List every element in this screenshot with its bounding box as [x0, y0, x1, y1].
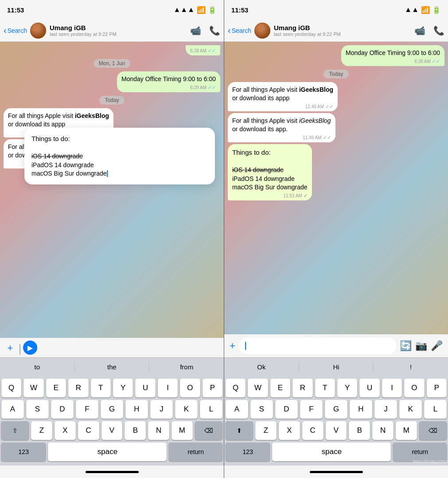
- key-s-left[interactable]: S: [26, 400, 49, 419]
- keyboard-right[interactable]: Q W E R T Y U I O P A S D F G H J K L ⬆ …: [224, 376, 448, 466]
- key-c-right[interactable]: C: [302, 421, 323, 440]
- key-p-right[interactable]: P: [427, 379, 447, 397]
- compose-line2: iPadOS 14 downgrade: [31, 161, 94, 168]
- key-v-left[interactable]: V: [101, 421, 123, 440]
- key-q-left[interactable]: Q: [1, 379, 21, 397]
- phone-icon-left[interactable]: 📞: [209, 25, 220, 36]
- key-delete-right[interactable]: ⌫: [419, 421, 447, 440]
- key-s-right[interactable]: S: [250, 400, 273, 419]
- predictive-3-left[interactable]: from: [149, 361, 224, 372]
- send-button-left[interactable]: ▶: [23, 341, 37, 355]
- key-i-right[interactable]: I: [382, 379, 402, 397]
- key-x-left[interactable]: X: [55, 421, 76, 440]
- key-p-left[interactable]: P: [203, 379, 222, 397]
- key-space-right[interactable]: space: [272, 443, 391, 461]
- key-o-left[interactable]: O: [180, 379, 200, 397]
- input-area-right[interactable]: + 🔄 📷 🎤: [224, 334, 448, 357]
- key-c-left[interactable]: C: [78, 421, 99, 440]
- video-call-icon-left[interactable]: 📹: [190, 25, 201, 36]
- key-i-left[interactable]: I: [158, 379, 178, 397]
- key-x-right[interactable]: X: [279, 421, 300, 440]
- key-y-right[interactable]: Y: [337, 379, 357, 397]
- key-return-left[interactable]: return: [169, 443, 222, 461]
- key-h-left[interactable]: H: [125, 400, 148, 419]
- key-k-right[interactable]: K: [399, 400, 422, 419]
- back-button-right[interactable]: ‹ Search: [228, 25, 254, 35]
- key-shift-left[interactable]: ⇧: [1, 421, 29, 440]
- keyboard-left[interactable]: Q W E R T Y U I O P A S D F G H J K L ⇧ …: [0, 376, 224, 466]
- key-u-left[interactable]: U: [135, 379, 155, 397]
- key-r-right[interactable]: R: [292, 379, 312, 397]
- right-phone: 11:53 ▲▲ 📶 🔋 ‹ Search Umang iGB last see…: [224, 0, 448, 478]
- nav-actions-left: 📹 📞: [190, 25, 220, 36]
- add-icon-right[interactable]: +: [230, 340, 235, 352]
- back-button-left[interactable]: ‹ Search: [4, 25, 30, 35]
- key-z-right[interactable]: Z: [255, 421, 277, 440]
- kb-row2-left: A S D F G H J K L: [1, 400, 222, 419]
- key-shift-right[interactable]: ⬆: [226, 421, 253, 440]
- msg-meta-cut: 6:28 AM ✓✓: [190, 48, 216, 54]
- key-b-right[interactable]: B: [349, 421, 370, 440]
- key-v-right[interactable]: V: [326, 421, 347, 440]
- key-d-left[interactable]: D: [51, 400, 74, 419]
- sticker-icon-right[interactable]: 🔄: [400, 340, 412, 352]
- input-area-left[interactable]: + ▶: [0, 338, 224, 357]
- avatar-left: [30, 23, 46, 39]
- key-y-left[interactable]: Y: [113, 379, 133, 397]
- key-z-left[interactable]: Z: [31, 421, 52, 440]
- key-num-right[interactable]: 123: [226, 443, 270, 461]
- key-m-left[interactable]: M: [171, 421, 193, 440]
- kb-row1-right: Q W E R T Y U I O P: [226, 379, 447, 397]
- key-e-right[interactable]: E: [270, 379, 290, 397]
- phone-icon-right[interactable]: 📞: [433, 25, 444, 36]
- predictive-2-right[interactable]: Hi: [299, 361, 374, 372]
- key-j-left[interactable]: J: [150, 400, 173, 419]
- key-e-left[interactable]: E: [46, 379, 66, 397]
- msg-cut-left: 6:28 AM ✓✓: [186, 45, 220, 55]
- key-delete-left[interactable]: ⌫: [195, 421, 222, 440]
- status-icons-left: ▲▲▲ 📶 🔋: [173, 6, 217, 14]
- wifi-icon-left: 📶: [197, 6, 206, 14]
- camera-icon-right[interactable]: 📷: [415, 340, 427, 352]
- mic-icon-right[interactable]: 🎤: [431, 340, 443, 352]
- key-q-right[interactable]: Q: [226, 379, 245, 397]
- key-h-right[interactable]: H: [350, 400, 372, 419]
- key-g-right[interactable]: G: [325, 400, 347, 419]
- add-button-left[interactable]: +: [4, 341, 17, 355]
- predictive-1-left[interactable]: to: [0, 361, 75, 372]
- key-t-right[interactable]: T: [315, 379, 335, 397]
- key-r-left[interactable]: R: [68, 379, 88, 397]
- key-g-left[interactable]: G: [101, 400, 123, 419]
- key-t-left[interactable]: T: [91, 379, 111, 397]
- key-n-left[interactable]: N: [148, 421, 169, 440]
- key-l-right[interactable]: L: [424, 400, 447, 419]
- highlight-line2: iPadOS 14 downgrade: [232, 175, 295, 182]
- key-num-left[interactable]: 123: [1, 443, 46, 461]
- key-k-left[interactable]: K: [175, 400, 198, 419]
- key-j-right[interactable]: J: [374, 400, 397, 419]
- key-u-right[interactable]: U: [359, 379, 379, 397]
- predictive-1-right[interactable]: Ok: [224, 361, 299, 372]
- input-bar-right[interactable]: [239, 338, 396, 354]
- key-return-right[interactable]: return: [393, 443, 447, 461]
- predictive-3-right[interactable]: !: [374, 361, 448, 372]
- msg-office-text: Monday Office Timing 9:00 to 6:00: [121, 75, 216, 84]
- predictive-2-left[interactable]: the: [75, 361, 150, 372]
- key-w-left[interactable]: W: [23, 379, 43, 397]
- key-space-left[interactable]: space: [48, 443, 167, 461]
- key-a-right[interactable]: A: [226, 400, 248, 419]
- key-d-right[interactable]: D: [275, 400, 298, 419]
- key-a-left[interactable]: A: [1, 400, 24, 419]
- kb-row3-left: ⇧ Z X C V B N M ⌫: [1, 421, 222, 440]
- key-f-right[interactable]: F: [300, 400, 323, 419]
- key-w-right[interactable]: W: [248, 379, 268, 397]
- video-call-icon-right[interactable]: 📹: [414, 25, 425, 36]
- key-l-left[interactable]: L: [200, 400, 222, 419]
- key-b-left[interactable]: B: [125, 421, 146, 440]
- nav-info-right: Umang iGB last seen yesterday at 9:22 PM: [274, 24, 341, 37]
- key-n-right[interactable]: N: [372, 421, 393, 440]
- key-o-right[interactable]: O: [404, 379, 424, 397]
- compose-bubble-left[interactable]: Things to do: iOS 14 downgrade iPadOS 14…: [24, 128, 215, 184]
- key-f-left[interactable]: F: [76, 400, 98, 419]
- key-m-right[interactable]: M: [396, 421, 417, 440]
